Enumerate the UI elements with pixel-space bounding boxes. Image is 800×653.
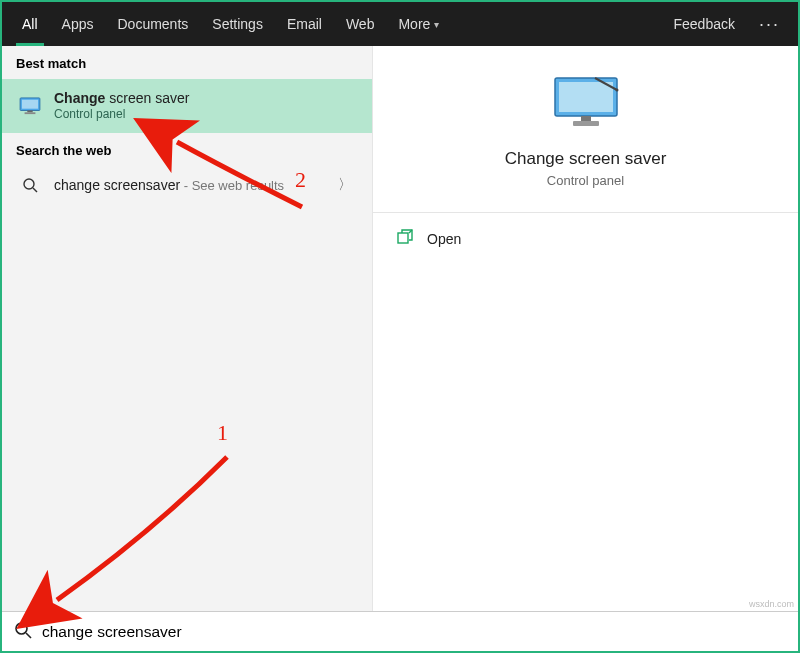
svg-rect-9: [573, 121, 599, 126]
open-icon: [397, 229, 413, 248]
search-bar[interactable]: [2, 611, 798, 651]
svg-rect-3: [25, 112, 36, 114]
tab-more[interactable]: More ▾: [386, 2, 451, 46]
open-action[interactable]: Open: [373, 213, 798, 264]
results-body: Best match Change screen saver Control p…: [2, 46, 798, 611]
section-search-web: Search the web: [2, 133, 372, 166]
tab-web[interactable]: Web: [334, 2, 387, 46]
monitor-icon: [16, 97, 44, 115]
svg-rect-1: [22, 100, 38, 109]
svg-rect-12: [398, 233, 408, 243]
preview-title: Change screen saver: [505, 149, 667, 169]
preview-pane: Change screen saver Control panel Open: [372, 46, 798, 611]
svg-point-4: [24, 179, 34, 189]
watermark: wsxdn.com: [749, 599, 794, 609]
search-icon: [16, 177, 44, 193]
best-match-result[interactable]: Change screen saver Control panel: [2, 79, 372, 133]
search-icon: [14, 621, 32, 643]
open-label: Open: [427, 231, 461, 247]
web-result-query: change screensaver: [54, 177, 180, 193]
svg-point-14: [16, 623, 27, 634]
tab-documents[interactable]: Documents: [105, 2, 200, 46]
svg-point-11: [615, 89, 618, 92]
tab-more-label: More: [398, 16, 430, 32]
tab-apps[interactable]: Apps: [50, 2, 106, 46]
search-input[interactable]: [42, 623, 786, 641]
search-window: All Apps Documents Settings Email Web Mo…: [0, 0, 800, 653]
filter-tabs: All Apps Documents Settings Email Web Mo…: [10, 2, 451, 46]
preview-header: Change screen saver Control panel: [373, 46, 798, 213]
tab-settings[interactable]: Settings: [200, 2, 275, 46]
tab-all[interactable]: All: [10, 2, 50, 46]
web-search-result[interactable]: change screensaver - See web results 〉: [2, 166, 372, 205]
preview-subtitle: Control panel: [547, 173, 624, 188]
svg-rect-7: [559, 82, 613, 112]
svg-rect-8: [581, 116, 591, 121]
section-best-match: Best match: [2, 46, 372, 79]
monitor-large-icon: [551, 76, 621, 135]
tab-email[interactable]: Email: [275, 2, 334, 46]
results-list: Best match Change screen saver Control p…: [2, 46, 372, 611]
overflow-menu-button[interactable]: ···: [749, 14, 790, 35]
svg-line-5: [33, 188, 37, 192]
top-tab-bar: All Apps Documents Settings Email Web Mo…: [2, 2, 798, 46]
web-result-suffix: - See web results: [180, 178, 284, 193]
chevron-down-icon: ▾: [434, 19, 439, 30]
feedback-button[interactable]: Feedback: [660, 16, 749, 32]
svg-rect-2: [27, 110, 32, 112]
svg-line-15: [26, 633, 31, 638]
best-match-title: Change screen saver: [54, 89, 358, 107]
best-match-subtitle: Control panel: [54, 107, 358, 123]
chevron-right-icon[interactable]: 〉: [332, 176, 358, 194]
